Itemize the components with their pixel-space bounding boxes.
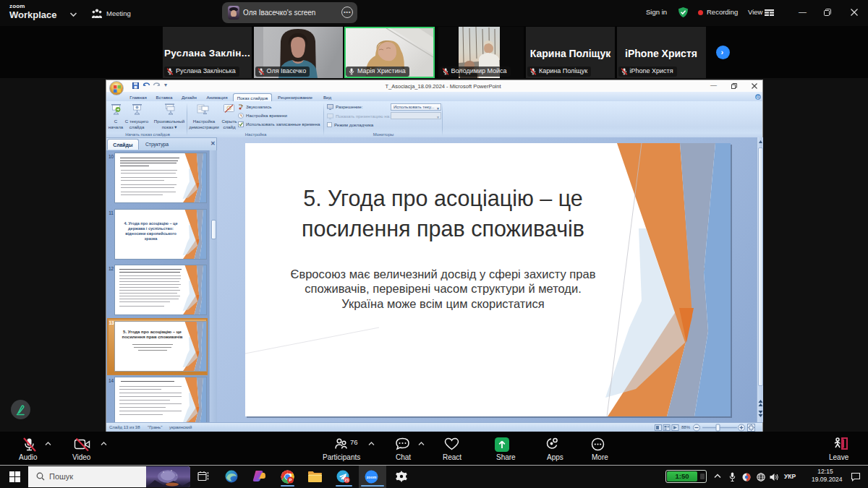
svg-text:@: @ bbox=[756, 95, 760, 99]
svg-text:P: P bbox=[289, 479, 292, 483]
svg-text:21: 21 bbox=[344, 479, 349, 483]
svg-text:zoom: zoom bbox=[367, 475, 377, 479]
